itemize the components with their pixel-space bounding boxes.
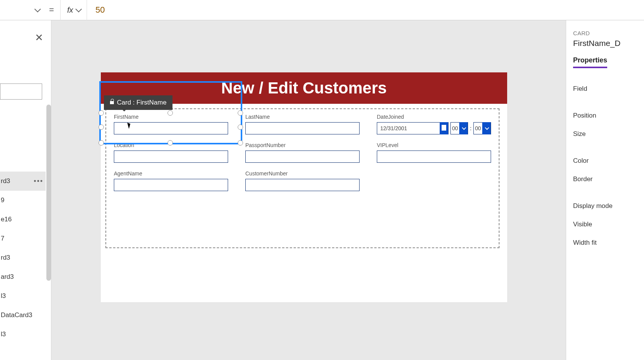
property-dropdown[interactable] bbox=[0, 0, 43, 20]
equals-sign: = bbox=[43, 5, 60, 15]
input-viplevel[interactable] bbox=[377, 151, 491, 163]
card-location[interactable]: Location bbox=[114, 142, 228, 163]
tree-search-input[interactable] bbox=[0, 83, 42, 100]
prop-field[interactable]: Field bbox=[573, 80, 637, 98]
tree-item[interactable]: l3 bbox=[0, 286, 46, 306]
prop-display-mode[interactable]: Display mode bbox=[573, 197, 637, 215]
label-agentname: AgentName bbox=[114, 170, 228, 177]
prop-border[interactable]: Border bbox=[573, 170, 637, 188]
scrollbar[interactable] bbox=[46, 105, 51, 281]
tree-item[interactable]: ard3 bbox=[0, 267, 46, 286]
chevron-down-icon bbox=[75, 6, 82, 12]
prop-width-fit[interactable]: Width fit bbox=[573, 234, 637, 252]
app-screen: New / Edit Customers FirstName LastName … bbox=[101, 72, 507, 302]
label-datejoined: DateJoined bbox=[377, 114, 491, 120]
tree-item[interactable]: e16 bbox=[0, 210, 46, 229]
properties-panel: CARD FirstName_D Properties Field Positi… bbox=[566, 20, 644, 360]
tab-properties[interactable]: Properties bbox=[573, 56, 607, 68]
tree-item[interactable]: DataCard3 bbox=[0, 306, 46, 325]
formula-input[interactable]: 50 bbox=[87, 5, 113, 15]
chevron-down-icon bbox=[482, 122, 491, 134]
tree-item[interactable]: rd3 bbox=[0, 248, 46, 267]
screen-header: New / Edit Customers bbox=[101, 72, 507, 104]
control-type-label: CARD bbox=[573, 30, 637, 36]
input-lastname[interactable] bbox=[245, 122, 360, 134]
more-icon[interactable]: ••• bbox=[34, 177, 43, 185]
card-passport[interactable]: PassportNumber bbox=[245, 142, 360, 163]
input-firstname[interactable] bbox=[114, 122, 228, 134]
fx-button[interactable]: fx bbox=[60, 0, 87, 20]
chevron-down-icon bbox=[459, 122, 468, 134]
label-viplevel: VIPLevel bbox=[377, 142, 491, 148]
tree-item[interactable]: rd3••• bbox=[0, 172, 46, 191]
label-lastname: LastName bbox=[245, 114, 360, 120]
chevron-down-icon bbox=[34, 6, 41, 12]
input-location[interactable] bbox=[114, 151, 228, 163]
date-picker[interactable]: 12/31/2001 bbox=[377, 122, 449, 134]
label-location: Location bbox=[114, 142, 228, 148]
formula-bar: = fx 50 bbox=[0, 0, 644, 20]
design-canvas[interactable]: New / Edit Customers FirstName LastName … bbox=[51, 20, 566, 360]
prop-color[interactable]: Color bbox=[573, 152, 637, 170]
tree-item[interactable]: 7 bbox=[0, 229, 46, 248]
hour-select[interactable]: 00 bbox=[450, 122, 468, 134]
card-customernumber[interactable]: CustomerNumber bbox=[245, 170, 360, 191]
control-name[interactable]: FirstName_D bbox=[573, 39, 637, 48]
minute-select[interactable]: 00 bbox=[473, 122, 491, 134]
card-viplevel[interactable]: VIPLevel bbox=[377, 142, 491, 163]
tree-view-panel: ✕ rd3••• 9 e16 7 rd3 ard3 l3 DataCard3 l… bbox=[0, 20, 51, 360]
prop-size[interactable]: Size bbox=[573, 125, 637, 143]
input-passport[interactable] bbox=[245, 151, 360, 163]
label-firstname: FirstName bbox=[114, 114, 228, 120]
label-customernumber: CustomerNumber bbox=[245, 170, 360, 177]
card-lastname[interactable]: LastName bbox=[245, 114, 360, 134]
calendar-icon[interactable] bbox=[440, 122, 448, 134]
tree-item[interactable]: l3 bbox=[0, 325, 46, 344]
edit-form[interactable]: FirstName LastName DateJoined 12/31/2001 bbox=[105, 108, 499, 248]
close-icon[interactable]: ✕ bbox=[35, 32, 43, 44]
input-customernumber[interactable] bbox=[245, 179, 360, 191]
label-passport: PassportNumber bbox=[245, 142, 360, 148]
input-agentname[interactable] bbox=[114, 179, 228, 191]
card-agentname[interactable]: AgentName bbox=[114, 170, 228, 191]
card-firstname[interactable]: FirstName bbox=[114, 114, 228, 134]
prop-position[interactable]: Position bbox=[573, 106, 637, 125]
screen-title: New / Edit Customers bbox=[221, 79, 387, 97]
tree-item[interactable]: 9 bbox=[0, 191, 46, 210]
card-datejoined[interactable]: DateJoined 12/31/2001 00 : bbox=[377, 114, 491, 134]
prop-visible[interactable]: Visible bbox=[573, 215, 637, 234]
fx-icon: fx bbox=[67, 6, 73, 15]
